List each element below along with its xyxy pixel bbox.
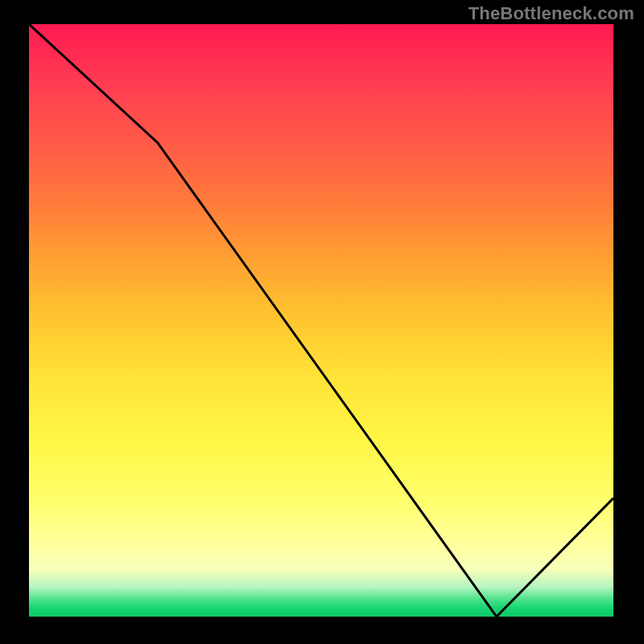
plot-area bbox=[29, 24, 613, 617]
chart-frame: TheBottleneck.com bbox=[0, 0, 644, 644]
bottleneck-curve bbox=[29, 24, 613, 617]
watermark-text: TheBottleneck.com bbox=[469, 3, 634, 24]
line-layer bbox=[29, 24, 613, 617]
